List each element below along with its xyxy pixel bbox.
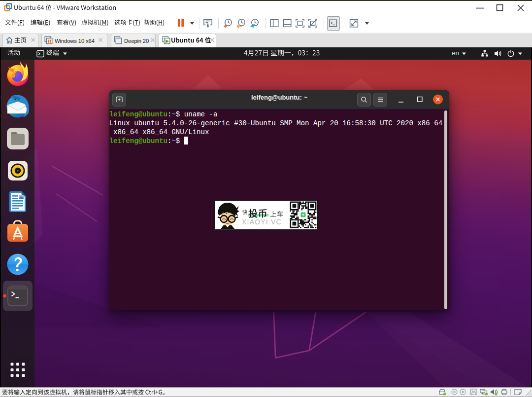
svg-text:XIAOYI.VC: XIAOYI.VC	[242, 218, 282, 226]
